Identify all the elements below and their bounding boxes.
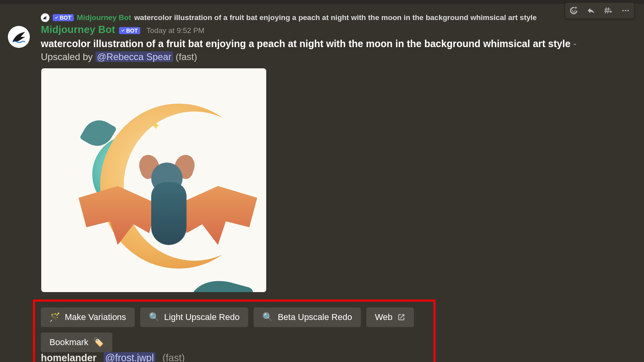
message-content: watercolor illustration of a fruit bat e…: [41, 37, 644, 51]
author-name[interactable]: Midjourney Bot: [41, 24, 115, 36]
verified-check-icon: [54, 15, 59, 20]
user-mention[interactable]: @frost.jwpl: [104, 352, 156, 362]
next-message-preview: homelander @frost.jwpl (fast): [41, 352, 185, 362]
button-label: Beta Upscale Redo: [278, 312, 352, 322]
make-variations-button[interactable]: 🪄 Make Variations: [41, 307, 135, 327]
button-label: Bookmark: [49, 337, 88, 347]
bot-tag: BOT: [119, 27, 140, 34]
more-icon: [621, 6, 630, 15]
button-label: Web: [375, 312, 393, 322]
beta-upscale-redo-button[interactable]: 🔍 Beta Upscale Redo: [254, 307, 361, 327]
message-hover-actions: [565, 2, 635, 19]
prompt-text: watercolor illustration of a fruit bat e…: [41, 38, 571, 49]
user-mention[interactable]: @Rebecca Spear: [95, 51, 173, 62]
external-link-icon: [397, 313, 405, 321]
wand-icon: 🪄: [49, 313, 60, 322]
upscale-info: Upscaled by @Rebecca Spear (fast): [41, 51, 644, 62]
reply-preview-text: watercolor illustration of a fruit bat e…: [134, 13, 537, 22]
reply-reference[interactable]: BOT Midjourney Bot watercolor illustrati…: [41, 13, 638, 22]
button-label: Make Variations: [65, 312, 126, 322]
add-reaction-icon: [569, 6, 578, 15]
bot-tag: BOT: [53, 14, 74, 21]
magnify-icon: 🔍: [262, 313, 273, 322]
button-label: Light Upscale Redo: [164, 312, 240, 322]
author-avatar[interactable]: [8, 26, 30, 48]
bot-tag-text: BOT: [126, 27, 138, 34]
web-link-button[interactable]: Web: [366, 307, 414, 327]
create-thread-button[interactable]: [600, 3, 617, 18]
bot-tag-text: BOT: [60, 15, 71, 21]
message-timestamp: Today at 9:52 PM: [146, 26, 205, 35]
light-upscale-redo-button[interactable]: 🔍 Light Upscale Redo: [140, 307, 248, 327]
bot-avatar-icon: [11, 29, 26, 44]
verified-check-icon: [121, 28, 125, 33]
render-mode: (fast): [173, 51, 197, 62]
prompt-suffix: -: [571, 38, 576, 49]
upscaled-prefix: Upscaled by: [41, 51, 95, 62]
render-mode: (fast): [163, 352, 185, 362]
message-header: Midjourney Bot BOT Today at 9:52 PM: [41, 24, 644, 36]
reply-author-name[interactable]: Midjourney Bot: [77, 13, 131, 22]
more-actions-button[interactable]: [617, 3, 634, 18]
add-reaction-button[interactable]: [565, 3, 582, 18]
button-row-1: 🪄 Make Variations 🔍 Light Upscale Redo 🔍…: [41, 307, 522, 327]
tag-icon: 🏷️: [93, 338, 104, 347]
create-thread-icon: [604, 6, 613, 15]
bot-avatar-icon: [42, 15, 48, 20]
button-row-2: Bookmark 🏷️: [41, 333, 522, 352]
svg-point-0: [622, 10, 624, 11]
bookmark-button[interactable]: Bookmark 🏷️: [41, 333, 112, 352]
svg-point-1: [625, 10, 626, 11]
reply-icon: [587, 6, 595, 15]
reply-author-avatar: [41, 13, 49, 22]
message: Midjourney Bot BOT Today at 9:52 PM wate…: [0, 24, 644, 362]
svg-point-2: [628, 10, 629, 11]
magnify-icon: 🔍: [149, 313, 159, 322]
image-attachment[interactable]: ✦: [41, 68, 267, 293]
reply-button[interactable]: [582, 3, 600, 18]
next-author-name[interactable]: homelander: [41, 352, 97, 362]
